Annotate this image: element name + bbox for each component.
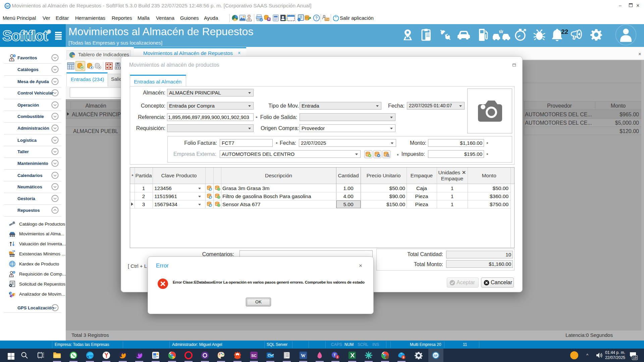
svg-text:SC: SC [251, 354, 256, 358]
svg-text:9: 9 [402, 356, 404, 359]
svg-text:1: 1 [336, 355, 338, 359]
svg-text:SF: SF [6, 5, 9, 7]
svg-text:?: ? [315, 16, 318, 20]
svg-text:W: W [301, 353, 306, 358]
svg-text:SF: SF [434, 354, 438, 357]
